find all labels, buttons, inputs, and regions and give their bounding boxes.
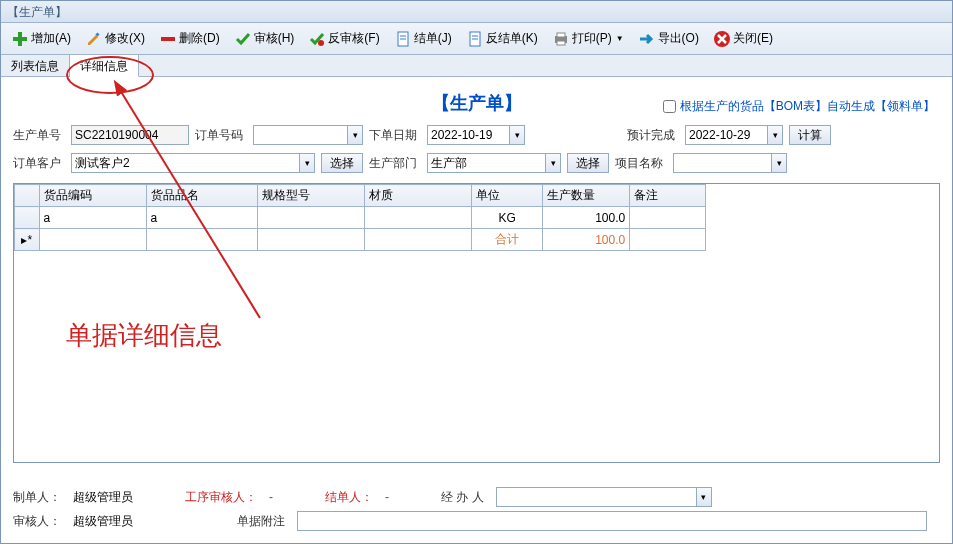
toolbar-label: 删除(D) <box>179 30 220 47</box>
calc-button[interactable]: 计算 <box>789 125 831 145</box>
auditor-label: 审核人： <box>13 513 61 530</box>
toolbar-label: 反结单(K) <box>486 30 538 47</box>
handler-dropdown[interactable]: ▾ <box>696 487 712 507</box>
creator-value: 超级管理员 <box>73 489 133 506</box>
doc-icon <box>466 30 484 48</box>
customer-dropdown[interactable]: ▾ <box>299 153 315 173</box>
closer-label: 结单人： <box>325 489 373 506</box>
close-button[interactable]: 关闭(E) <box>707 26 779 52</box>
doc-no-label: 生产单号 <box>13 127 65 144</box>
col-header[interactable]: 单位 <box>471 185 542 207</box>
unaudit-button[interactable]: 反审核(F) <box>302 26 385 52</box>
col-header[interactable]: 备注 <box>630 185 706 207</box>
svg-rect-1 <box>13 37 27 41</box>
toolbar-label: 导出(O) <box>658 30 699 47</box>
handler-label: 经 办 人 <box>441 489 484 506</box>
new-row-indicator[interactable]: ▸* <box>15 229 40 251</box>
project-label: 项目名称 <box>615 155 667 172</box>
row-header <box>15 185 40 207</box>
auto-generate-option[interactable]: 根据生产的货品【BOM表】自动生成【领料单】 <box>663 98 935 115</box>
audit-button[interactable]: 审核(H) <box>228 26 301 52</box>
expect-done-input[interactable] <box>685 125 767 145</box>
toolbar-label: 关闭(E) <box>733 30 773 47</box>
order-no-input[interactable] <box>253 125 347 145</box>
table-sum-row: ▸*合计100.0 <box>15 229 706 251</box>
project-dropdown[interactable]: ▾ <box>771 153 787 173</box>
svg-rect-3 <box>161 37 175 41</box>
order-date-input[interactable] <box>427 125 509 145</box>
col-header[interactable]: 货品品名 <box>146 185 257 207</box>
toolbar-label: 结单(J) <box>414 30 452 47</box>
print-button[interactable]: 打印(P)▼ <box>546 26 630 52</box>
dept-label: 生产部门 <box>369 155 421 172</box>
svg-point-4 <box>318 40 324 46</box>
doc-no-input <box>71 125 189 145</box>
uncheck-icon <box>308 30 326 48</box>
pencil-icon <box>85 30 103 48</box>
svg-rect-12 <box>557 33 565 37</box>
arrow-right-icon <box>638 30 656 48</box>
minus-icon <box>159 30 177 48</box>
col-header[interactable]: 规格型号 <box>257 185 364 207</box>
handler-input[interactable] <box>496 487 696 507</box>
edit-button[interactable]: 修改(X) <box>79 26 151 52</box>
dept-dropdown[interactable]: ▾ <box>545 153 561 173</box>
auto-generate-checkbox[interactable] <box>663 100 676 113</box>
expect-done-label: 预计完成 <box>627 127 679 144</box>
grid[interactable]: 货品编码货品品名规格型号材质单位生产数量备注aaKG100.0▸*合计100.0 <box>13 183 940 463</box>
window-title: 【生产单】 <box>7 5 67 19</box>
check-icon <box>234 30 252 48</box>
customer-label: 订单客户 <box>13 155 65 172</box>
tab-detail[interactable]: 详细信息 <box>70 55 139 77</box>
dept-select-button[interactable]: 选择 <box>567 153 609 173</box>
dept-input[interactable] <box>427 153 545 173</box>
proc-auditor-value: - <box>269 490 273 504</box>
doc-icon <box>394 30 412 48</box>
toolbar: 增加(A)修改(X)删除(D)审核(H)反审核(F)结单(J)反结单(K)打印(… <box>1 23 952 55</box>
add-button[interactable]: 增加(A) <box>5 26 77 52</box>
toolbar-label: 修改(X) <box>105 30 145 47</box>
dropdown-caret-icon: ▼ <box>616 34 624 43</box>
svg-rect-13 <box>557 41 565 45</box>
export-button[interactable]: 导出(O) <box>632 26 705 52</box>
expect-done-picker[interactable]: ▾ <box>767 125 783 145</box>
attach-input[interactable] <box>297 511 927 531</box>
order-date-picker[interactable]: ▾ <box>509 125 525 145</box>
col-header[interactable]: 货品编码 <box>39 185 146 207</box>
order-no-dropdown[interactable]: ▾ <box>347 125 363 145</box>
proc-auditor-label: 工序审核人： <box>185 489 257 506</box>
printer-icon <box>552 30 570 48</box>
tab-list[interactable]: 列表信息 <box>1 55 70 76</box>
footer: 制单人： 超级管理员 工序审核人： - 结单人： - 经 办 人 ▾ 审核人： … <box>13 479 940 535</box>
toolbar-label: 反审核(F) <box>328 30 379 47</box>
project-input[interactable] <box>673 153 771 173</box>
customer-select-button[interactable]: 选择 <box>321 153 363 173</box>
table-row[interactable]: aaKG100.0 <box>15 207 706 229</box>
toolbar-label: 审核(H) <box>254 30 295 47</box>
row-indicator <box>15 207 40 229</box>
plus-icon <box>11 30 29 48</box>
auditor-value: 超级管理员 <box>73 513 133 530</box>
col-header[interactable]: 材质 <box>364 185 471 207</box>
closer-value: - <box>385 490 389 504</box>
toolbar-label: 打印(P) <box>572 30 612 47</box>
tabstrip: 列表信息详细信息 <box>1 55 952 77</box>
content-area: 【生产单】 根据生产的货品【BOM表】自动生成【领料单】 生产单号 订单号码 ▾… <box>1 77 952 543</box>
delete-button[interactable]: 删除(D) <box>153 26 226 52</box>
toolbar-label: 增加(A) <box>31 30 71 47</box>
unclose-bill-button[interactable]: 反结单(K) <box>460 26 544 52</box>
order-no-label: 订单号码 <box>195 127 247 144</box>
customer-input[interactable] <box>71 153 299 173</box>
auto-generate-label: 根据生产的货品【BOM表】自动生成【领料单】 <box>680 98 935 115</box>
window-titlebar: 【生产单】 <box>1 1 952 23</box>
order-date-label: 下单日期 <box>369 127 421 144</box>
close-bill-button[interactable]: 结单(J) <box>388 26 458 52</box>
creator-label: 制单人： <box>13 489 61 506</box>
x-icon <box>713 30 731 48</box>
attach-label: 单据附注 <box>237 513 285 530</box>
col-header[interactable]: 生产数量 <box>543 185 630 207</box>
